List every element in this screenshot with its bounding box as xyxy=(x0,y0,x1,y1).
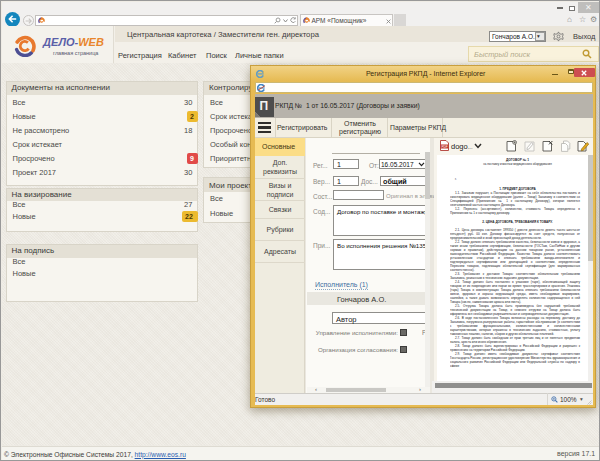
svg-text:PDF: PDF xyxy=(442,145,448,149)
